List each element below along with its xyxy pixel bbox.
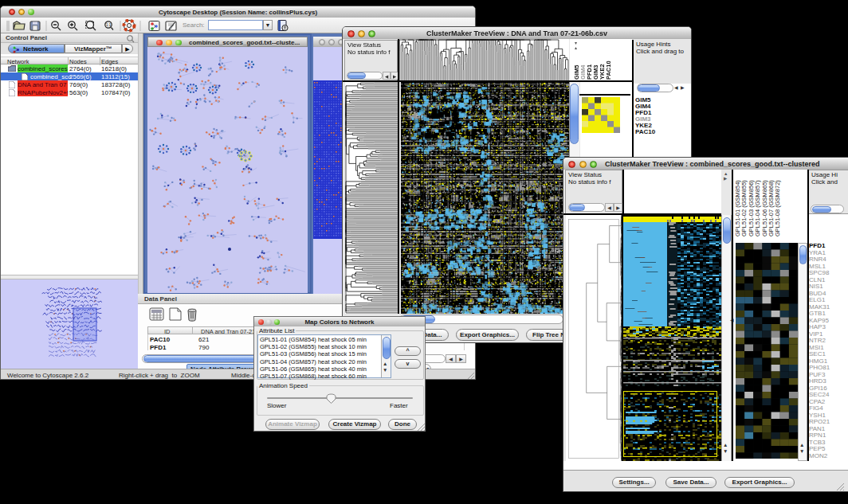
svg-text:1:1: 1:1	[106, 23, 112, 27]
